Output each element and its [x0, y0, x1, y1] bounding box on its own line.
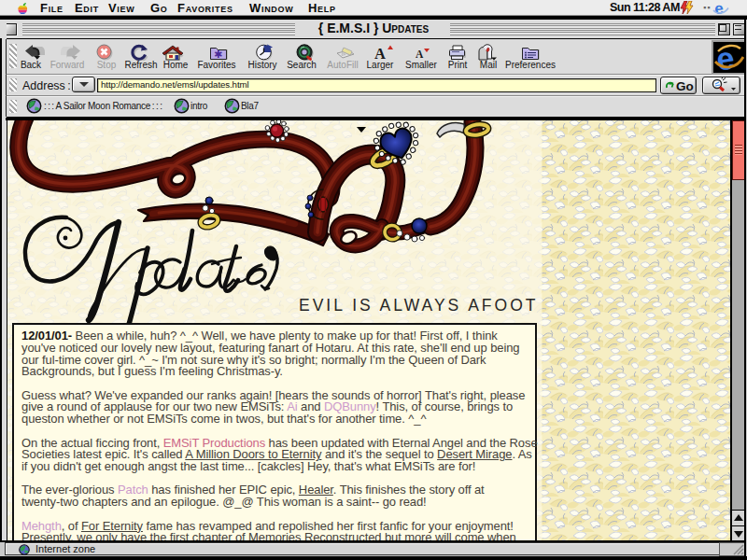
svg-text:A: A — [374, 45, 386, 61]
svg-text:A: A — [416, 49, 424, 60]
svg-text:Go: Go — [676, 79, 694, 93]
svg-text:✱: ✱ — [214, 49, 222, 60]
